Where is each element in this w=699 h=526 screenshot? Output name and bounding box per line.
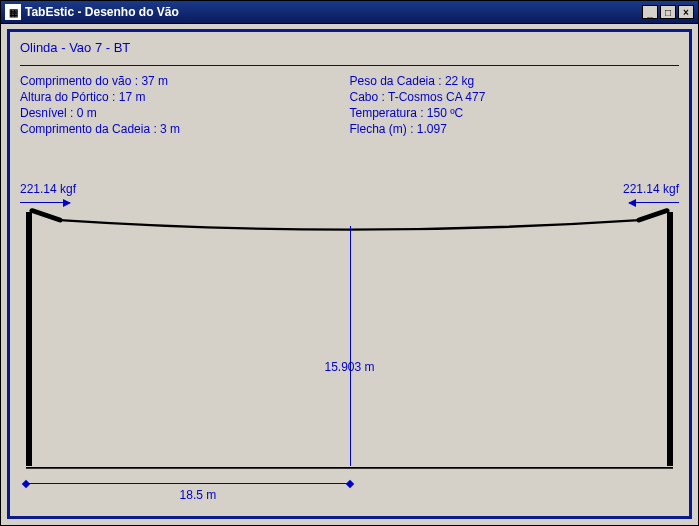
cable-type: Cabo : T-Cosmos CA 477 [350, 90, 680, 104]
vertical-dimension-label: 15.903 m [322, 360, 376, 374]
info-right-column: Peso da Cadeia : 22 kg Cabo : T-Cosmos C… [350, 72, 680, 138]
drawing-panel: Olinda - Vao 7 - BT Comprimento do vão :… [7, 29, 692, 519]
temperature: Temperatura : 150 ºC [350, 106, 680, 120]
unevenness: Desnível : 0 m [20, 106, 350, 120]
app-window: ▦ TabEstic - Desenho do Vão _ □ × Olinda… [0, 0, 699, 526]
chain-length: Comprimento da Cadeia : 3 m [20, 122, 350, 136]
titlebar: ▦ TabEstic - Desenho do Vão _ □ × [1, 1, 698, 24]
gantry-height: Altura do Pórtico : 17 m [20, 90, 350, 104]
chain-weight: Peso da Cadeia : 22 kg [350, 74, 680, 88]
vertical-dimension-line [350, 226, 351, 466]
span-diagram: 221.14 kgf 221.14 kgf 15.903 m [20, 182, 679, 506]
span-title: Olinda - Vao 7 - BT [20, 40, 679, 55]
panel-header: Olinda - Vao 7 - BT [10, 32, 689, 65]
client-area: Olinda - Vao 7 - BT Comprimento do vão :… [1, 23, 698, 525]
span-length: Comprimento do vão : 37 m [20, 74, 350, 88]
close-button[interactable]: × [678, 5, 694, 19]
horizontal-dimension-line [26, 483, 350, 484]
maximize-button[interactable]: □ [660, 5, 676, 19]
svg-line-0 [32, 211, 60, 221]
info-block: Comprimento do vão : 37 m Altura do Pórt… [10, 72, 689, 138]
minimize-button[interactable]: _ [642, 5, 658, 19]
header-rule [20, 65, 679, 66]
window-title: TabEstic - Desenho do Vão [25, 5, 642, 19]
sag: Flecha (m) : 1.097 [350, 122, 680, 136]
info-left-column: Comprimento do vão : 37 m Altura do Pórt… [20, 72, 350, 138]
horizontal-dimension-label: 18.5 m [180, 488, 217, 502]
app-icon: ▦ [5, 4, 21, 20]
svg-line-1 [639, 211, 667, 221]
